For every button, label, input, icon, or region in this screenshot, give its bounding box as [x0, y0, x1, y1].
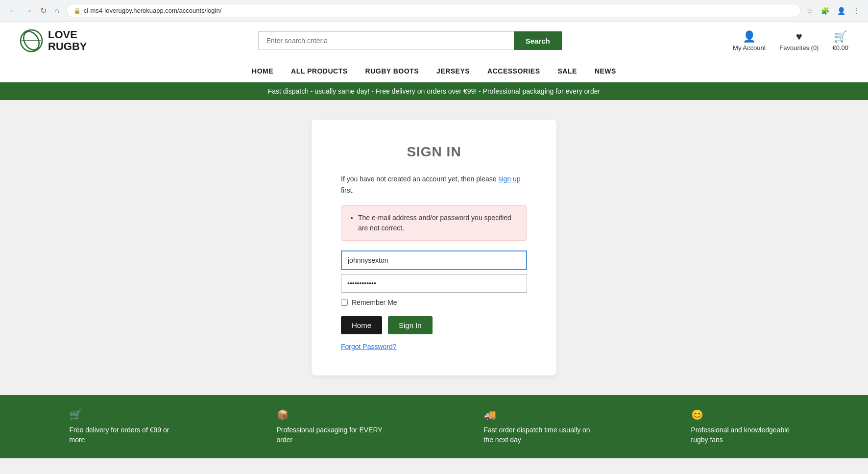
- header-icons: 👤 My Account ♥ Favourites (0) 🛒 €0.00: [733, 30, 848, 51]
- error-box: The e-mail address and/or password you s…: [341, 205, 527, 241]
- site-footer: 🛒 Free delivery for orders of €99 or mor…: [0, 395, 868, 458]
- nav-accessories[interactable]: ACCESSORIES: [487, 67, 540, 75]
- favourites-link[interactable]: ♥ Favourites (0): [779, 30, 819, 51]
- footer-text-1: Professional packaging for EVERY order: [277, 425, 385, 445]
- account-icon: 👤: [743, 30, 756, 43]
- logo-icon: [20, 29, 43, 52]
- cart-label: €0.00: [832, 44, 848, 51]
- button-row: Home Sign In: [341, 316, 527, 334]
- extensions-icon[interactable]: 🧩: [819, 5, 831, 17]
- footer-item-2: 🚚 Fast order dispatch time usually on th…: [484, 409, 592, 445]
- nav-sale[interactable]: SALE: [558, 67, 577, 75]
- signin-button[interactable]: Sign In: [388, 316, 433, 334]
- cart-link[interactable]: 🛒 €0.00: [832, 30, 848, 51]
- favourites-label: Favourites (0): [779, 44, 819, 51]
- footer-text-3: Professional and knowledgeable rugby fan…: [691, 425, 799, 445]
- nav-home[interactable]: HOME: [252, 67, 273, 75]
- lock-icon: 🔒: [73, 7, 81, 14]
- signin-title: SIGN IN: [341, 144, 527, 160]
- main-content: SIGN IN If you have not created an accou…: [0, 100, 868, 395]
- signup-text: If you have not created an account yet, …: [341, 174, 527, 196]
- address-bar[interactable]: 🔒 ci-ms4-loverugby.herokuapp.com/account…: [66, 4, 801, 17]
- footer-text-2: Fast order dispatch time usually on the …: [484, 425, 592, 445]
- browser-nav-buttons: ← → ↻ ⌂: [6, 4, 62, 17]
- footer-cart-icon: 🛒: [70, 409, 82, 421]
- footer-item-0: 🛒 Free delivery for orders of €99 or mor…: [70, 409, 177, 445]
- footer-item-1: 📦 Professional packaging for EVERY order: [277, 409, 385, 445]
- browser-chrome: ← → ↻ ⌂ 🔒 ci-ms4-loverugby.herokuapp.com…: [0, 0, 868, 22]
- nav-rugby-boots[interactable]: RUGBY BOOTS: [365, 67, 419, 75]
- profile-icon[interactable]: 👤: [835, 5, 847, 17]
- bookmark-icon[interactable]: ☆: [805, 5, 815, 17]
- signup-link[interactable]: sign up: [498, 175, 520, 183]
- password-input[interactable]: [341, 274, 527, 293]
- announcement-bar: Fast dispatch - usually same day! - Free…: [0, 82, 868, 100]
- home-nav-button[interactable]: ⌂: [51, 4, 62, 17]
- footer-truck-icon: 🚚: [484, 409, 496, 421]
- error-message: The e-mail address and/or password you s…: [358, 213, 518, 233]
- nav-news[interactable]: NEWS: [595, 67, 616, 75]
- my-account-label: My Account: [733, 44, 766, 51]
- signin-card: SIGN IN If you have not created an accou…: [312, 120, 556, 375]
- url-text: ci-ms4-loverugby.herokuapp.com/accounts/…: [84, 7, 222, 14]
- main-nav: HOME ALL PRODUCTS RUGBY BOOTS JERSEYS AC…: [0, 60, 868, 82]
- remember-me-label[interactable]: Remember Me: [341, 299, 527, 306]
- cart-icon: 🛒: [834, 30, 847, 43]
- footer-text-0: Free delivery for orders of €99 or more: [70, 425, 177, 445]
- logo-link[interactable]: LOVERUGBY: [20, 29, 87, 52]
- menu-icon[interactable]: ⋮: [851, 5, 862, 17]
- logo-text: LOVERUGBY: [48, 29, 87, 52]
- refresh-button[interactable]: ↻: [37, 4, 49, 17]
- footer-smile-icon: 😊: [691, 409, 703, 421]
- footer-box-icon: 📦: [277, 409, 289, 421]
- search-area: Search: [258, 31, 562, 50]
- nav-jerseys[interactable]: JERSEYS: [436, 67, 470, 75]
- footer-item-3: 😊 Professional and knowledgeable rugby f…: [691, 409, 799, 445]
- site-header: LOVERUGBY Search 👤 My Account ♥ Favourit…: [0, 22, 868, 60]
- announcement-text: Fast dispatch - usually same day! - Free…: [268, 87, 601, 95]
- forgot-password-link[interactable]: Forgot Password?: [341, 343, 397, 350]
- browser-icons: ☆ 🧩 👤 ⋮: [805, 5, 862, 17]
- remember-me-checkbox[interactable]: [341, 299, 348, 306]
- nav-all-products[interactable]: ALL PRODUCTS: [291, 67, 347, 75]
- home-button[interactable]: Home: [341, 316, 382, 334]
- heart-icon: ♥: [796, 30, 802, 43]
- search-input[interactable]: [258, 31, 514, 50]
- search-button[interactable]: Search: [514, 31, 562, 50]
- forward-button[interactable]: →: [22, 4, 35, 17]
- email-input[interactable]: [341, 250, 527, 270]
- my-account-link[interactable]: 👤 My Account: [733, 30, 766, 51]
- back-button[interactable]: ←: [6, 4, 20, 17]
